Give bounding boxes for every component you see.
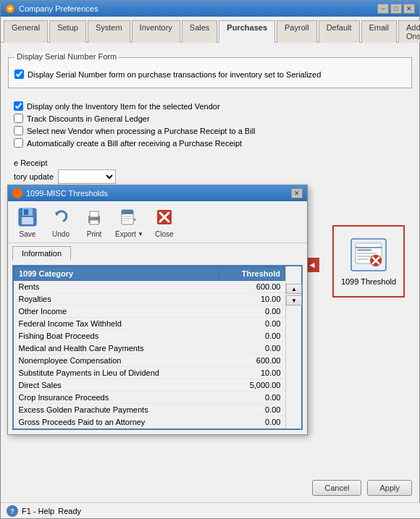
thresholds-table: 1099 Category Threshold Rents 600.00Roya… <box>14 266 285 429</box>
main-action-buttons: Cancel Apply <box>274 473 419 502</box>
help-icon: ? <box>7 505 18 517</box>
svg-rect-21 <box>122 210 133 214</box>
update-row: tory update <box>14 169 406 184</box>
window-icon <box>5 4 15 14</box>
checkbox-label-3: Automatically create a Bill after receiv… <box>27 139 242 148</box>
svg-rect-5 <box>357 253 377 254</box>
tab-addons[interactable]: Add-Ons <box>398 20 420 43</box>
checkbox-1[interactable] <box>14 114 23 123</box>
print-label: Print <box>87 230 102 238</box>
close-button[interactable]: ✕ <box>403 4 415 14</box>
receipt-label: e Receipt <box>14 159 47 167</box>
export-button[interactable]: Export ▼ <box>112 204 146 240</box>
group-title: Display Serial Number Form <box>14 52 119 61</box>
cell-category: Direct Sales <box>14 379 219 392</box>
print-button[interactable]: Print <box>79 204 109 240</box>
threshold-icon <box>350 237 387 274</box>
cell-category: Federal Income Tax Withheld <box>14 318 219 330</box>
table-row[interactable]: Excess Golden Parachute Payments 0.00 <box>14 404 285 416</box>
tab-payroll[interactable]: Payroll <box>277 20 317 43</box>
serial-number-label: Display Serial Number form on purchase t… <box>28 70 321 79</box>
table-wrapper: 1099 Category Threshold Rents 600.00Roya… <box>12 265 303 430</box>
svg-rect-17 <box>90 211 98 217</box>
table-inner: 1099 Category Threshold Rents 600.00Roya… <box>14 266 285 429</box>
save-button[interactable]: Save <box>12 204 43 240</box>
table-row[interactable]: Nonemployee Compensation 600.00 <box>14 355 285 367</box>
dialog-close-toolbar-icon <box>153 206 176 229</box>
table-row[interactable]: Fishing Boat Proceeds 0.00 <box>14 330 285 342</box>
undo-button[interactable]: Undo <box>46 204 76 240</box>
cell-category: Medical and Health Care Payments <box>14 342 219 355</box>
table-row[interactable]: Federal Income Tax Withheld 0.00 <box>14 318 285 330</box>
svg-rect-24 <box>123 220 129 221</box>
cell-category: Rents <box>14 281 219 293</box>
tab-email[interactable]: Email <box>361 20 398 43</box>
cell-threshold: 0.00 <box>219 305 285 318</box>
checkbox-0[interactable] <box>14 101 23 111</box>
title-bar: Company Preferences − □ ✕ <box>1 1 419 17</box>
sort-up-button[interactable]: ▲ <box>286 284 302 294</box>
window-controls: − □ ✕ <box>377 4 415 14</box>
cell-threshold: 0.00 <box>219 318 285 330</box>
minimize-button[interactable]: − <box>377 4 389 14</box>
update-label: tory update <box>14 172 54 181</box>
tab-default[interactable]: Default <box>319 20 360 43</box>
tab-purchases[interactable]: Purchases <box>219 20 275 43</box>
dialog-icon <box>12 188 22 198</box>
checkbox-2[interactable] <box>14 126 23 135</box>
cell-threshold: 0.00 <box>219 392 285 404</box>
undo-icon <box>49 206 72 229</box>
cell-threshold: 10.00 <box>219 293 285 305</box>
maximize-button[interactable]: □ <box>390 4 402 14</box>
cell-threshold: 0.00 <box>219 330 285 342</box>
checkbox-row-1: Track Discounts in General Ledger <box>14 114 406 123</box>
table-row[interactable]: Direct Sales 5,000.00 <box>14 379 285 392</box>
svg-rect-7 <box>357 258 369 260</box>
svg-rect-13 <box>22 217 33 224</box>
save-icon <box>16 206 39 229</box>
dialog-toolbar: Save Undo Print <box>8 201 307 243</box>
tab-setup[interactable]: Setup <box>49 20 86 43</box>
table-row[interactable]: Gross Proceeds Paid to an Attorney 0.00 <box>14 416 285 429</box>
sort-down-button[interactable]: ▼ <box>286 295 302 305</box>
window-title: Company Preferences <box>19 4 377 13</box>
print-icon <box>83 206 106 229</box>
table-row[interactable]: Rents 600.00 <box>14 281 285 293</box>
update-dropdown[interactable] <box>58 169 116 184</box>
table-row[interactable]: Medical and Health Care Payments 0.00 <box>14 342 285 355</box>
close-label: Close <box>155 230 174 238</box>
cancel-button[interactable]: Cancel <box>312 480 361 496</box>
col-category: 1099 Category <box>14 267 219 281</box>
dialog-title-bar: 1099-MISC Thresholds ✕ <box>8 185 307 201</box>
apply-button[interactable]: Apply <box>367 480 412 496</box>
checkbox-label-0: Display only the Inventory Item for the … <box>27 102 220 111</box>
table-row[interactable]: Substitute Payments in Lieu of Dividend … <box>14 367 285 379</box>
dialog-close-button[interactable]: ✕ <box>291 188 303 198</box>
table-row[interactable]: Royalties 10.00 <box>14 293 285 305</box>
checkbox-row-0: Display only the Inventory Item for the … <box>14 101 406 111</box>
checkbox-label-1: Track Discounts in General Ledger <box>27 114 150 123</box>
cell-threshold: 10.00 <box>219 367 285 379</box>
export-icon <box>117 206 140 229</box>
serial-number-group: Display Serial Number Form Display Seria… <box>8 57 412 88</box>
checkbox-3[interactable] <box>14 138 23 148</box>
cell-category: Excess Golden Parachute Payments <box>14 404 219 416</box>
export-label: Export ▼ <box>115 230 143 238</box>
dialog-tab-information[interactable]: Information <box>12 246 71 261</box>
cell-category: Royalties <box>14 293 219 305</box>
threshold-icon-label: 1099 Threshold <box>341 277 396 286</box>
table-row[interactable]: Crop Insurance Proceeds 0.00 <box>14 392 285 404</box>
svg-point-19 <box>98 218 100 220</box>
serial-number-checkbox[interactable] <box>14 69 24 79</box>
status-text: Ready <box>58 507 81 515</box>
dialog-tab-bar: Information <box>8 243 307 261</box>
dialog-close-toolbar-button[interactable]: Close <box>149 204 180 240</box>
tab-general[interactable]: General <box>4 20 48 43</box>
save-label: Save <box>20 230 36 238</box>
svg-rect-4 <box>357 249 371 251</box>
tab-system[interactable]: System <box>88 20 130 43</box>
table-row[interactable]: Other Income 0.00 <box>14 305 285 318</box>
tab-sales[interactable]: Sales <box>182 20 218 43</box>
tab-inventory[interactable]: Inventory <box>132 20 180 43</box>
help-key[interactable]: F1 - Help <box>22 507 54 515</box>
